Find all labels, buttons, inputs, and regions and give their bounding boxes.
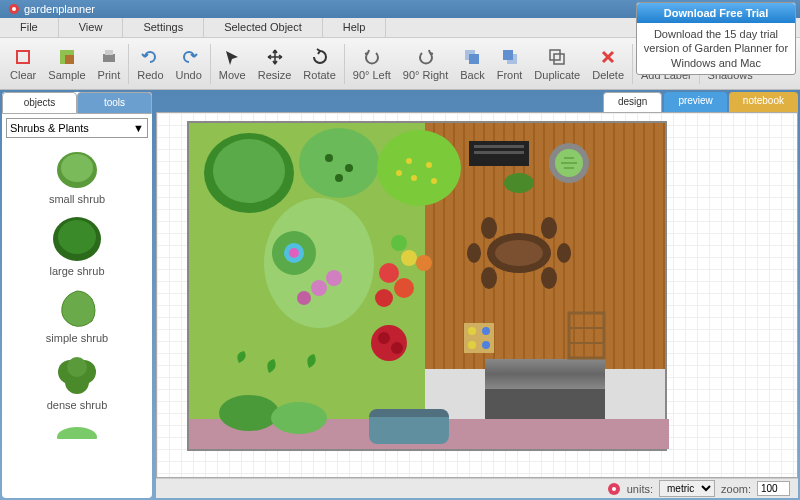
- back-button[interactable]: Back: [454, 45, 490, 83]
- menu-view[interactable]: View: [59, 18, 124, 37]
- duplicate-button[interactable]: Duplicate: [528, 45, 586, 83]
- flower-icon[interactable]: [607, 482, 621, 496]
- rotate-right-button[interactable]: 90° Right: [397, 45, 454, 83]
- svg-point-77: [612, 487, 616, 491]
- rotate-left-button[interactable]: 90° Left: [347, 45, 397, 83]
- object-list[interactable]: small shrub large shrub simple shrub den…: [2, 142, 152, 498]
- redo-button[interactable]: Redo: [131, 45, 169, 83]
- units-label: units:: [627, 483, 653, 495]
- svg-rect-4: [65, 55, 74, 64]
- car[interactable]: [369, 409, 449, 444]
- duplicate-icon: [547, 47, 567, 67]
- svg-point-1: [12, 7, 16, 11]
- tab-preview[interactable]: preview: [664, 92, 726, 112]
- app-name: gardenplanner: [24, 3, 95, 15]
- svg-point-17: [61, 154, 93, 182]
- menu-file[interactable]: File: [0, 18, 59, 37]
- redo-icon: [140, 47, 160, 67]
- delete-button[interactable]: Delete: [586, 45, 630, 83]
- shrub-icon: [52, 419, 102, 439]
- delete-icon: [598, 47, 618, 67]
- clear-icon: [13, 47, 33, 67]
- deck-area[interactable]: [425, 123, 665, 373]
- svg-point-23: [67, 357, 87, 377]
- shrub-icon: [52, 352, 102, 397]
- shrub-icon: [50, 213, 105, 263]
- resize-icon: [265, 47, 285, 67]
- menu-selected-object[interactable]: Selected Object: [204, 18, 323, 37]
- zoom-input[interactable]: [757, 481, 790, 496]
- resize-button[interactable]: Resize: [252, 45, 298, 83]
- front-icon: [500, 47, 520, 67]
- object-extra[interactable]: [6, 419, 148, 439]
- clear-button[interactable]: Clear: [4, 45, 42, 83]
- svg-point-19: [58, 220, 96, 254]
- rotate-icon: [310, 47, 330, 67]
- svg-point-24: [57, 427, 97, 439]
- move-icon: [222, 47, 242, 67]
- shrub-icon: [52, 146, 102, 191]
- tab-tools[interactable]: tools: [77, 92, 152, 114]
- object-small-shrub[interactable]: small shrub: [6, 146, 148, 205]
- lawn-area[interactable]: [189, 123, 429, 423]
- sidebar: objects tools Shrubs & Plants▼ small shr…: [2, 92, 152, 498]
- svg-rect-11: [550, 50, 560, 60]
- move-button[interactable]: Move: [213, 45, 252, 83]
- rotate-right-icon: [416, 47, 436, 67]
- print-icon: [99, 47, 119, 67]
- shrub-icon: [52, 285, 102, 330]
- tab-objects[interactable]: objects: [2, 92, 77, 114]
- print-button[interactable]: Print: [92, 45, 127, 83]
- svg-rect-2: [17, 51, 29, 63]
- app-icon: [8, 3, 20, 15]
- trial-panel: Download Free Trial Download the 15 day …: [636, 2, 796, 75]
- svg-rect-8: [469, 54, 479, 64]
- zoom-label: zoom:: [721, 483, 751, 495]
- object-large-shrub[interactable]: large shrub: [6, 213, 148, 277]
- svg-rect-10: [503, 50, 513, 60]
- tab-design[interactable]: design: [603, 92, 662, 112]
- menu-help[interactable]: Help: [323, 18, 387, 37]
- chevron-down-icon: ▼: [133, 122, 144, 134]
- svg-rect-5: [103, 54, 115, 62]
- units-select[interactable]: metric: [659, 480, 715, 497]
- sample-button[interactable]: Sample: [42, 45, 91, 83]
- undo-button[interactable]: Undo: [170, 45, 208, 83]
- tab-notebook[interactable]: notebook: [729, 92, 798, 112]
- roof[interactable]: [485, 359, 605, 389]
- design-canvas[interactable]: [156, 112, 798, 478]
- svg-rect-6: [105, 50, 113, 55]
- rotate-button[interactable]: Rotate: [297, 45, 341, 83]
- object-simple-shrub[interactable]: simple shrub: [6, 285, 148, 344]
- undo-icon: [179, 47, 199, 67]
- svg-rect-12: [554, 54, 564, 64]
- object-dense-shrub[interactable]: dense shrub: [6, 352, 148, 411]
- status-bar: units: metric zoom:: [156, 478, 798, 498]
- download-trial-button[interactable]: Download Free Trial: [637, 3, 795, 23]
- trial-text: Download the 15 day trial version of Gar…: [637, 23, 795, 74]
- sample-icon: [57, 47, 77, 67]
- garden-plan[interactable]: [187, 121, 667, 451]
- menu-settings[interactable]: Settings: [123, 18, 204, 37]
- front-button[interactable]: Front: [491, 45, 529, 83]
- rotate-left-icon: [362, 47, 382, 67]
- category-selector[interactable]: Shrubs & Plants▼: [6, 118, 148, 138]
- back-icon: [462, 47, 482, 67]
